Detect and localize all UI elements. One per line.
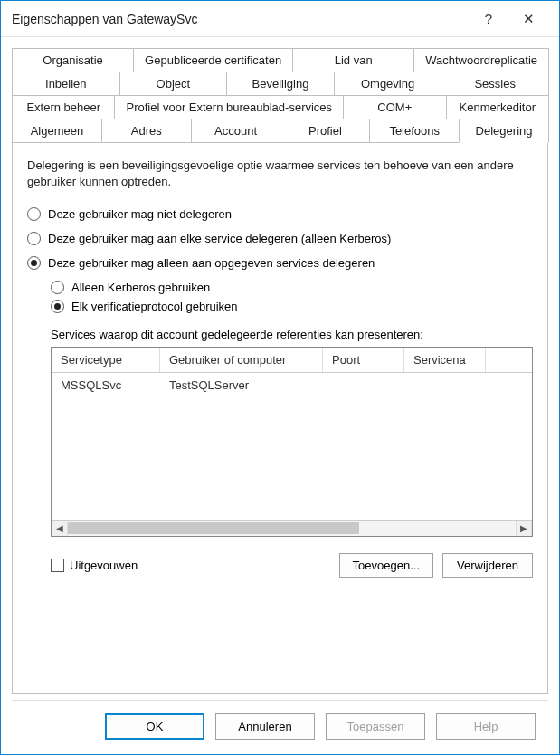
listview-headers: Servicetype Gebruiker of computer Poort … (52, 348, 532, 373)
radio-icon (27, 256, 41, 270)
radio-label: Deze gebruiker mag aan elke service dele… (48, 232, 391, 245)
radio-icon (51, 281, 64, 294)
radio-delegate-specified[interactable]: Deze gebruiker mag alleen aan opgegeven … (27, 256, 533, 270)
tabpanel-delegering: Delegering is een beveiligingsgevoelige … (12, 142, 548, 694)
tab-object[interactable]: Object (119, 72, 228, 96)
cell-port (323, 373, 404, 397)
radio-label: Elk verificatieprotocol gebruiken (71, 300, 238, 313)
scroll-track[interactable] (68, 521, 516, 536)
tab-organisatie[interactable]: Organisatie (12, 48, 134, 72)
scroll-left-icon[interactable]: ◀ (52, 521, 68, 536)
dialog-footer: OK Annuleren Toepassen Help (12, 700, 548, 754)
expanded-label: Uitgevouwen (70, 559, 138, 572)
radio-label: Deze gebruiker mag alleen aan opgegeven … (48, 256, 375, 270)
help-icon[interactable]: ? (469, 5, 508, 33)
tab-profiel-rds[interactable]: Profiel voor Extern bureaublad-services (114, 95, 344, 119)
tab-telefoons[interactable]: Telefoons (369, 119, 460, 143)
radio-icon (27, 232, 41, 245)
col-servicetype[interactable]: Servicetype (52, 348, 160, 372)
help-button[interactable]: Help (436, 713, 536, 740)
tab-com-plus[interactable]: COM+ (343, 95, 446, 119)
cell-servicetype: MSSQLSvc (52, 373, 160, 397)
horizontal-scrollbar[interactable]: ◀ ▶ (52, 520, 532, 536)
services-listview[interactable]: Servicetype Gebruiker of computer Poort … (51, 347, 533, 537)
tab-gepubliceerde-certificaten[interactable]: Gepubliceerde certificaten (133, 48, 293, 72)
close-icon[interactable]: ✕ (508, 5, 548, 33)
remove-button[interactable]: Verwijderen (442, 553, 533, 578)
tab-omgeving[interactable]: Omgeving (334, 72, 442, 96)
radio-icon (51, 300, 64, 313)
tab-lid-van[interactable]: Lid van (292, 48, 414, 72)
content-area: Organisatie Gepubliceerde certificaten L… (1, 37, 559, 754)
cell-servicename (404, 373, 486, 397)
delegation-intro: Delegering is een beveiligingsgevoelige … (27, 158, 533, 189)
checkbox-icon (51, 559, 64, 572)
window-title: Eigenschappen van GatewaySvc (12, 12, 469, 26)
apply-button[interactable]: Toepassen (326, 713, 425, 740)
ok-button[interactable]: OK (105, 713, 204, 740)
table-row[interactable]: MSSQLSvc TestSQLServer (52, 373, 532, 397)
tab-inbellen[interactable]: Inbellen (12, 72, 120, 96)
radio-label: Alleen Kerberos gebruiken (71, 281, 210, 294)
scroll-right-icon[interactable]: ▶ (516, 521, 532, 536)
expanded-checkbox[interactable]: Uitgevouwen (51, 559, 330, 572)
col-port[interactable]: Poort (323, 348, 404, 372)
services-label: Services waarop dit account gedelegeerde… (51, 328, 533, 341)
col-user-or-computer[interactable]: Gebruiker of computer (160, 348, 323, 372)
tab-wachtwoordreplicatie[interactable]: Wachtwoordreplicatie (413, 48, 549, 72)
tab-adres[interactable]: Adres (101, 119, 192, 143)
tab-beveiliging[interactable]: Beveiliging (226, 72, 335, 96)
cancel-button[interactable]: Annuleren (215, 713, 315, 740)
cell-user-or-computer: TestSQLServer (160, 373, 323, 397)
radio-kerberos-only[interactable]: Alleen Kerberos gebruiken (51, 281, 533, 294)
titlebar: Eigenschappen van GatewaySvc ? ✕ (1, 1, 559, 37)
tab-sessies[interactable]: Sessies (441, 72, 549, 96)
tab-account[interactable]: Account (191, 119, 281, 143)
radio-no-delegate[interactable]: Deze gebruiker mag niet delegeren (27, 207, 533, 221)
radio-any-protocol[interactable]: Elk verificatieprotocol gebruiken (51, 300, 533, 313)
col-servicename[interactable]: Servicena (404, 348, 486, 372)
radio-label: Deze gebruiker mag niet delegeren (48, 207, 232, 221)
scroll-thumb[interactable] (68, 522, 359, 534)
radio-icon (27, 207, 41, 221)
tab-delegering[interactable]: Delegering (459, 119, 549, 143)
add-button[interactable]: Toevoegen... (339, 553, 433, 578)
tab-extern-beheer[interactable]: Extern beheer (12, 95, 115, 119)
listview-body: MSSQLSvc TestSQLServer (52, 373, 532, 520)
tab-kenmerkeditor[interactable]: Kenmerkeditor (446, 95, 549, 119)
tab-profiel[interactable]: Profiel (280, 119, 370, 143)
tab-algemeen[interactable]: Algemeen (12, 119, 102, 143)
radio-delegate-any[interactable]: Deze gebruiker mag aan elke service dele… (27, 232, 533, 245)
tabs: Organisatie Gepubliceerde certificaten L… (12, 48, 548, 142)
